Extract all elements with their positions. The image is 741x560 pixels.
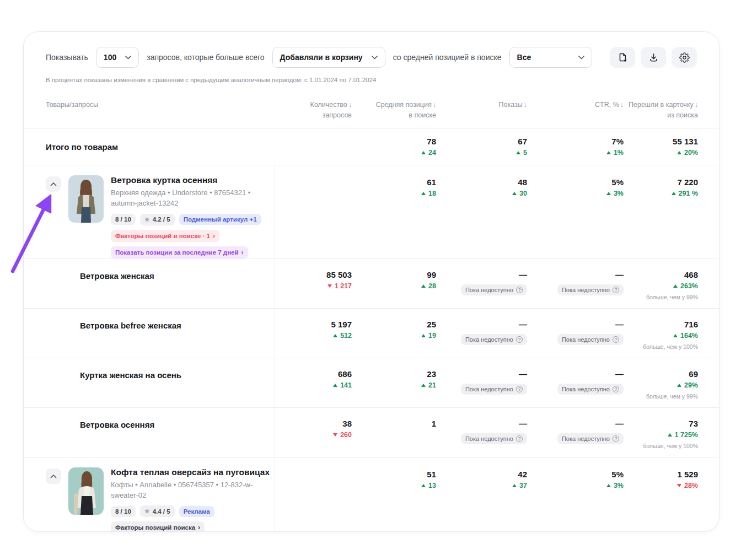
- query-clicks-cell: 73 1 725% больше, чем у 100%: [624, 408, 698, 457]
- substituted-sku-badge: Подменный артикул +1: [179, 214, 261, 225]
- query-name: Ветровка женская: [46, 259, 275, 308]
- download-button[interactable]: [641, 47, 666, 68]
- product-card-clicks: 7 220 291 %: [624, 165, 698, 259]
- query-count-cell: 686 141: [275, 358, 352, 407]
- up-triangle-icon: [606, 484, 611, 487]
- product-image: [68, 467, 104, 515]
- benchmark-note: больше, чем у 100%: [624, 443, 698, 449]
- column-header-avg-position[interactable]: Средняя позиция↓ в поиске: [352, 100, 436, 128]
- action-select[interactable]: Добавляли в корзину: [272, 47, 385, 68]
- query-clicks-cell: 468 263% больше, чем у 99%: [624, 259, 698, 308]
- up-triangle-icon: [606, 192, 611, 195]
- column-header-card-clicks[interactable]: Перешли в карточку↓ из поиска: [624, 100, 698, 128]
- down-triangle-icon: [327, 284, 332, 288]
- search-position-factors-link[interactable]: Факторы позиций в поиске · 1›: [111, 230, 219, 242]
- query-row: Ветровка осенняя 38 260 1 — Пока недосту…: [24, 407, 719, 457]
- column-header-ctr[interactable]: CTR, %↓: [527, 100, 624, 128]
- rating-badge: ★4.2 / 5: [140, 214, 175, 225]
- up-triangle-icon: [606, 151, 611, 154]
- ads-badge: Реклама: [179, 506, 214, 517]
- count-select[interactable]: 100: [96, 47, 139, 68]
- column-header-query-count[interactable]: Количество↓ запросов: [275, 100, 352, 128]
- query-ctr-cell: — Пока недоступно?: [527, 259, 624, 308]
- comparison-period-note: В процентах показаны изменения в сравнен…: [46, 77, 697, 83]
- collapse-row-button[interactable]: [46, 176, 61, 192]
- query-impressions-cell: — Пока недоступно?: [436, 259, 527, 308]
- position-select[interactable]: Все: [509, 47, 592, 68]
- help-icon[interactable]: ?: [516, 386, 523, 392]
- up-triangle-icon: [672, 192, 676, 195]
- column-header-impressions[interactable]: Показы↓: [436, 100, 527, 128]
- chevron-right-icon: ›: [241, 249, 244, 256]
- chevron-up-icon: [50, 182, 57, 186]
- up-triangle-icon: [421, 151, 426, 154]
- product-avg-position: 61 18: [352, 165, 436, 259]
- up-triangle-icon: [677, 384, 681, 387]
- up-triangle-icon: [512, 192, 517, 195]
- product-query-count: [275, 165, 352, 259]
- product-card-clicks: 1 529 28%: [624, 457, 698, 532]
- query-position-cell: 1: [352, 408, 436, 457]
- down-triangle-icon: [333, 433, 337, 437]
- totals-ctr: 7% 1%: [527, 137, 624, 157]
- help-icon[interactable]: ?: [613, 287, 619, 293]
- collapse-row-button[interactable]: [46, 469, 61, 484]
- unavailable-badge: Пока недоступно?: [557, 284, 624, 295]
- query-row: Куртка женская на осень 686 141 23 21 — …: [24, 358, 719, 407]
- position-select-value: Все: [517, 53, 531, 62]
- query-ctr-cell: — Пока недоступно?: [527, 408, 624, 457]
- query-ctr-cell: — Пока недоступно?: [527, 309, 624, 358]
- totals-impressions: 67 5: [436, 137, 527, 157]
- query-name: Ветровка befree женская: [46, 309, 275, 358]
- totals-row: Итого по товарам 78 24 67 5 7% 1% 55 131…: [24, 128, 719, 165]
- query-impressions-cell: — Пока недоступно?: [436, 408, 527, 457]
- show-label: Показывать: [46, 53, 88, 62]
- unavailable-badge: Пока недоступно?: [461, 384, 527, 395]
- product-meta: Кофты • Annabelle • 056745357 • 12-832-w…: [111, 480, 275, 501]
- toolbar-buttons: [610, 47, 697, 68]
- help-icon[interactable]: ?: [613, 435, 619, 442]
- query-row: Ветровка женская 85 503 1 217 99 28 — По…: [24, 259, 719, 308]
- filter-bar: Показывать 100 запросов, которые больше …: [46, 46, 697, 68]
- search-position-factors-link[interactable]: Факторы позиций поиска›: [111, 521, 205, 532]
- query-clicks-cell: 716 164% больше, чем у 100%: [624, 309, 698, 358]
- product-avg-position: 51 13: [352, 457, 436, 532]
- query-name: Куртка женская на осень: [46, 358, 275, 407]
- totals-label: Итого по товарам: [46, 142, 275, 152]
- up-triangle-icon: [421, 384, 426, 387]
- help-icon[interactable]: ?: [613, 386, 619, 392]
- help-icon[interactable]: ?: [516, 435, 523, 442]
- file-add-icon: [618, 52, 628, 63]
- up-triangle-icon: [421, 334, 426, 337]
- query-position-cell: 25 19: [352, 309, 436, 358]
- up-triangle-icon: [421, 484, 426, 487]
- help-icon[interactable]: ?: [516, 287, 523, 293]
- unavailable-badge: Пока недоступно?: [557, 433, 624, 444]
- benchmark-note: больше, чем у 100%: [624, 343, 698, 350]
- show-positions-link[interactable]: Показать позиции за последние 7 дней›: [111, 246, 248, 259]
- chevron-right-icon: ›: [213, 232, 215, 240]
- query-name: Ветровка осенняя: [46, 408, 275, 457]
- help-icon[interactable]: ?: [516, 336, 523, 343]
- totals-avg-position: 78 24: [352, 137, 436, 157]
- chevron-up-icon: [50, 474, 57, 478]
- help-icon[interactable]: ?: [613, 336, 619, 343]
- unavailable-badge: Пока недоступно?: [461, 284, 527, 295]
- query-count-cell: 38 260: [275, 408, 352, 457]
- up-triangle-icon: [512, 484, 517, 487]
- product-impressions: 42 37: [436, 457, 527, 532]
- up-triangle-icon: [668, 433, 672, 437]
- product-row-jacket: Ветровка куртка осенняя Верхняя одежда •…: [24, 165, 719, 259]
- chevron-down-icon: [372, 56, 378, 60]
- query-impressions-cell: — Пока недоступно?: [436, 309, 527, 358]
- create-report-button[interactable]: [610, 47, 635, 68]
- up-triangle-icon: [673, 334, 678, 337]
- settings-button[interactable]: [672, 47, 697, 68]
- product-query-count: [275, 457, 352, 532]
- product-ctr: 5% 3%: [527, 165, 624, 259]
- unavailable-badge: Пока недоступно?: [461, 334, 527, 345]
- query-ctr-cell: — Пока недоступно?: [527, 358, 624, 407]
- analytics-card: Показывать 100 запросов, которые больше …: [23, 31, 719, 532]
- table-header-row: Товары/запросы Количество↓ запросов Сред…: [24, 91, 719, 128]
- chevron-right-icon: ›: [198, 524, 200, 531]
